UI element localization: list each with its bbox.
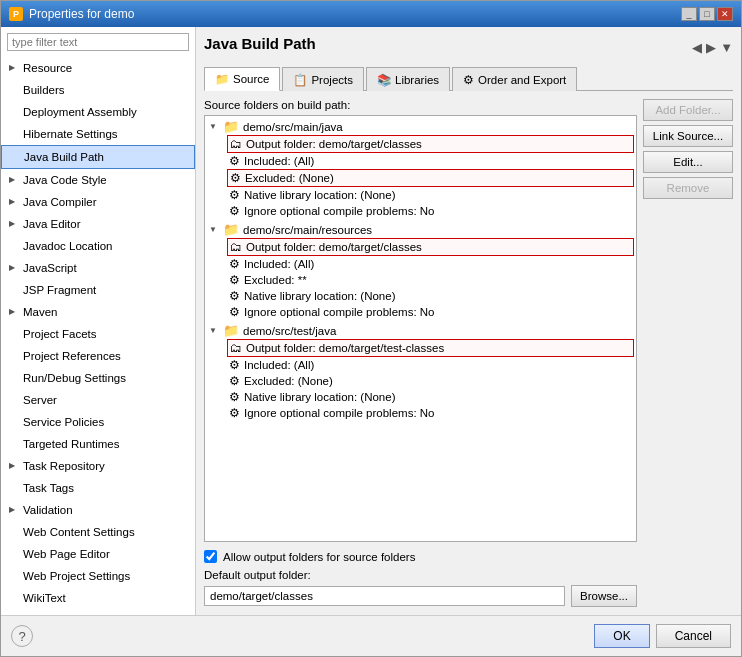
output-icon-2: 🗂 [230, 240, 242, 254]
sidebar-item-service-policies[interactable]: Service Policies [1, 411, 195, 433]
sidebar-item-web-content-settings[interactable]: Web Content Settings [1, 521, 195, 543]
targeted-runtimes-label: Targeted Runtimes [23, 435, 120, 453]
sidebar-item-server[interactable]: Server [1, 389, 195, 411]
source-tree[interactable]: ▼ 📁 demo/src/main/java 🗂 Output folder: … [204, 115, 637, 542]
jsp-fragment-label: JSP Fragment [23, 281, 96, 299]
sidebar-item-javadoc-location[interactable]: Javadoc Location [1, 235, 195, 257]
properties-window: P Properties for demo _ □ ✕ Resource Bui… [0, 0, 742, 657]
edit-button[interactable]: Edit... [643, 151, 733, 173]
native-icon-3: ⚙ [229, 390, 240, 404]
src-child-native-3[interactable]: ⚙ Native library location: (None) [227, 389, 634, 405]
src-child-ignore-1[interactable]: ⚙ Ignore optional compile problems: No [227, 203, 634, 219]
footer: ? OK Cancel [1, 615, 741, 656]
src-child-output-2[interactable]: 🗂 Output folder: demo/target/classes [227, 238, 634, 256]
output-label-3: Output folder: demo/target/test-classes [246, 342, 444, 354]
ignore-label-3: Ignore optional compile problems: No [244, 407, 435, 419]
native-icon-2: ⚙ [229, 289, 240, 303]
ignore-label-2: Ignore optional compile problems: No [244, 306, 435, 318]
src-child-included-2[interactable]: ⚙ Included: (All) [227, 256, 634, 272]
sidebar-item-project-references[interactable]: Project References [1, 345, 195, 367]
sidebar-item-task-tags[interactable]: Task Tags [1, 477, 195, 499]
cancel-button[interactable]: Cancel [656, 624, 731, 648]
src-group-header-2[interactable]: ▼ 📁 demo/src/main/resources [207, 221, 634, 238]
browse-button[interactable]: Browse... [571, 585, 637, 607]
src-group-header-1[interactable]: ▼ 📁 demo/src/main/java [207, 118, 634, 135]
filter-input[interactable] [7, 33, 189, 51]
main-content: Resource Builders Deployment Assembly Hi… [1, 27, 741, 615]
sidebar-item-resource[interactable]: Resource [1, 57, 195, 79]
default-output-label: Default output folder: [204, 569, 637, 581]
src-child-excluded-3[interactable]: ⚙ Excluded: (None) [227, 373, 634, 389]
excluded-label-3: Excluded: (None) [244, 375, 333, 387]
window-icon: P [9, 7, 23, 21]
sidebar-item-java-compiler[interactable]: Java Compiler [1, 191, 195, 213]
default-output-input[interactable] [204, 586, 565, 606]
expand-icon-1: ▼ [209, 122, 219, 131]
sidebar-item-wikitext[interactable]: WikiText [1, 587, 195, 609]
add-folder-button[interactable]: Add Folder... [643, 99, 733, 121]
tab-libraries[interactable]: 📚 Libraries [366, 67, 450, 91]
included-icon-1: ⚙ [229, 154, 240, 168]
sidebar-item-targeted-runtimes[interactable]: Targeted Runtimes [1, 433, 195, 455]
src-child-output-1[interactable]: 🗂 Output folder: demo/target/classes [227, 135, 634, 153]
main-panel: Java Build Path ◀ ▶ ▼ 📁 Source 📋 Project… [196, 27, 741, 615]
sidebar-item-java-code-style[interactable]: Java Code Style [1, 169, 195, 191]
src-child-included-1[interactable]: ⚙ Included: (All) [227, 153, 634, 169]
tabs-bar: 📁 Source 📋 Projects 📚 Libraries ⚙ Order … [204, 66, 733, 91]
maximize-button[interactable]: □ [699, 7, 715, 21]
sidebar-item-run-debug-settings[interactable]: Run/Debug Settings [1, 367, 195, 389]
tab-order-export[interactable]: ⚙ Order and Export [452, 67, 577, 91]
maven-label: Maven [23, 303, 58, 321]
sidebar-item-maven[interactable]: Maven [1, 301, 195, 323]
sidebar-item-java-build-path[interactable]: Java Build Path [1, 145, 195, 169]
resource-label: Resource [23, 59, 72, 77]
included-label-3: Included: (All) [244, 359, 314, 371]
sidebar-item-project-facets[interactable]: Project Facets [1, 323, 195, 345]
src-child-included-3[interactable]: ⚙ Included: (All) [227, 357, 634, 373]
link-source-button[interactable]: Link Source... [643, 125, 733, 147]
tab-projects[interactable]: 📋 Projects [282, 67, 364, 91]
allow-output-checkbox[interactable] [204, 550, 217, 563]
java-code-style-label: Java Code Style [23, 171, 107, 189]
src-group-1: ▼ 📁 demo/src/main/java 🗂 Output folder: … [207, 118, 634, 219]
wikitext-label: WikiText [23, 589, 66, 607]
tab-source[interactable]: 📁 Source [204, 67, 280, 91]
src-child-native-1[interactable]: ⚙ Native library location: (None) [227, 187, 634, 203]
src-child-output-3[interactable]: 🗂 Output folder: demo/target/test-classe… [227, 339, 634, 357]
project-references-label: Project References [23, 347, 121, 365]
help-button[interactable]: ? [11, 625, 33, 647]
server-label: Server [23, 391, 57, 409]
src-group-header-3[interactable]: ▼ 📁 demo/src/test/java [207, 322, 634, 339]
src-group-label-3: demo/src/test/java [243, 325, 336, 337]
source-folders-label: Source folders on build path: [204, 99, 637, 111]
remove-button[interactable]: Remove [643, 177, 733, 199]
src-child-ignore-2[interactable]: ⚙ Ignore optional compile problems: No [227, 304, 634, 320]
back-arrow[interactable]: ◀ [692, 40, 702, 55]
folder-icon-3: 📁 [223, 323, 239, 338]
sidebar-item-web-project-settings[interactable]: Web Project Settings [1, 565, 195, 587]
sidebar-item-web-page-editor[interactable]: Web Page Editor [1, 543, 195, 565]
src-child-excluded-2[interactable]: ⚙ Excluded: ** [227, 272, 634, 288]
minimize-button[interactable]: _ [681, 7, 697, 21]
excluded-icon-1: ⚙ [230, 171, 241, 185]
ok-button[interactable]: OK [594, 624, 649, 648]
native-icon-1: ⚙ [229, 188, 240, 202]
java-editor-label: Java Editor [23, 215, 81, 233]
src-child-ignore-3[interactable]: ⚙ Ignore optional compile problems: No [227, 405, 634, 421]
sidebar-item-javascript[interactable]: JavaScript [1, 257, 195, 279]
sidebar-item-task-repository[interactable]: Task Repository [1, 455, 195, 477]
dropdown-arrow[interactable]: ▼ [720, 40, 733, 55]
src-child-excluded-1[interactable]: ⚙ Excluded: (None) [227, 169, 634, 187]
sidebar-item-validation[interactable]: Validation [1, 499, 195, 521]
title-bar-left: P Properties for demo [9, 7, 134, 21]
close-button[interactable]: ✕ [717, 7, 733, 21]
builders-label: Builders [23, 81, 65, 99]
src-child-native-2[interactable]: ⚙ Native library location: (None) [227, 288, 634, 304]
javadoc-label: Javadoc Location [23, 237, 113, 255]
sidebar-item-builders[interactable]: Builders [1, 79, 195, 101]
sidebar-item-java-editor[interactable]: Java Editor [1, 213, 195, 235]
sidebar-item-hibernate-settings[interactable]: Hibernate Settings [1, 123, 195, 145]
sidebar-item-jsp-fragment[interactable]: JSP Fragment [1, 279, 195, 301]
forward-arrow[interactable]: ▶ [706, 40, 716, 55]
sidebar-item-deployment-assembly[interactable]: Deployment Assembly [1, 101, 195, 123]
